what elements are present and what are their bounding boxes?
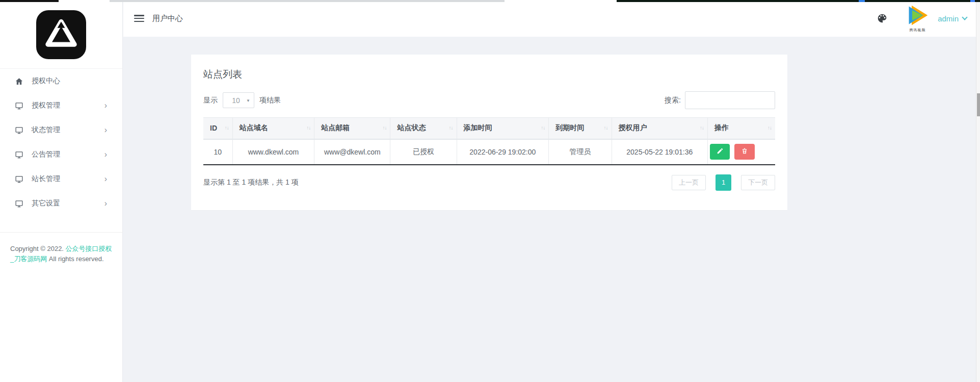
sort-icon: ↑↓ xyxy=(767,125,772,131)
sort-icon: ↑↓ xyxy=(306,125,310,131)
chrome-seg-tabs xyxy=(110,0,505,2)
avatar-caption: 腾讯视频 xyxy=(909,28,925,33)
column-header-id[interactable]: ID↑↓ xyxy=(203,118,232,139)
column-label: ID xyxy=(210,124,217,132)
next-page-button[interactable]: 下一页 xyxy=(741,175,775,190)
theme-palette-icon[interactable] xyxy=(877,12,890,25)
sidebar-item-label: 授权中心 xyxy=(32,77,60,86)
edit-button[interactable] xyxy=(710,144,730,160)
browser-chrome-sliver xyxy=(0,0,980,2)
logo-container xyxy=(0,0,122,59)
column-label: 站点邮箱 xyxy=(321,123,350,132)
sidebar-item-label: 站长管理 xyxy=(32,174,60,184)
page-length-select[interactable]: 10 ▼ xyxy=(223,92,254,108)
chrome-blue-dot xyxy=(859,0,865,2)
sidebar-item-status-manage[interactable]: 状态管理 › xyxy=(0,118,122,142)
hamburger-menu-icon[interactable] xyxy=(134,15,144,22)
column-header-auth-user[interactable]: 授权用户↑↓ xyxy=(612,118,707,139)
sidebar-item-label: 其它设置 xyxy=(32,199,60,208)
search-input[interactable] xyxy=(685,91,775,109)
cell-id: 10 xyxy=(203,139,232,165)
page-title: 用户中心 xyxy=(152,14,183,23)
cell-actions xyxy=(708,139,775,165)
chevron-right-icon: › xyxy=(104,101,107,110)
column-label: 站点域名 xyxy=(240,123,268,132)
sort-icon: ↑↓ xyxy=(449,125,453,131)
sort-icon: ↑↓ xyxy=(225,125,229,131)
site-list-card: 站点列表 显示 10 ▼ 项结果 搜索: xyxy=(191,55,787,210)
monitor-icon xyxy=(15,174,24,184)
column-header-email[interactable]: 站点邮箱↑↓ xyxy=(314,118,390,139)
monitor-icon xyxy=(15,199,24,208)
prev-page-button[interactable]: 上一页 xyxy=(672,175,706,190)
column-label: 添加时间 xyxy=(464,123,492,132)
cell-email: www@dkewl.com xyxy=(314,139,390,165)
chevron-right-icon: › xyxy=(104,150,107,159)
scrollbar-thumb[interactable] xyxy=(977,93,980,116)
copyright: Copyright © 2022. 公众号接口授权_刀客源码网 All righ… xyxy=(0,233,122,264)
table-row: 10 www.dkewl.com www@dkewl.com 已授权 2022-… xyxy=(203,139,775,165)
pencil-icon xyxy=(717,147,724,156)
chevron-right-icon: › xyxy=(104,175,107,183)
page-scrollbar[interactable] xyxy=(976,0,980,382)
cell-auth-user: 管理员 xyxy=(549,139,612,165)
header-right: 腾讯视频 admin xyxy=(877,4,967,33)
sidebar-item-label: 授权管理 xyxy=(32,101,60,110)
chevron-down-icon xyxy=(962,14,967,20)
chevron-right-icon: › xyxy=(104,126,107,134)
home-icon xyxy=(15,77,24,86)
card-title: 站点列表 xyxy=(203,68,775,81)
sites-table: ID↑↓ 站点域名↑↓ 站点邮箱↑↓ 站点状态↑↓ 添加时间↑↓ 到期时间↑↓ … xyxy=(203,117,775,165)
monitor-icon xyxy=(15,101,24,110)
sort-icon: ↑↓ xyxy=(541,125,545,131)
length-prefix-label: 显示 xyxy=(203,96,218,105)
column-label: 授权用户 xyxy=(619,123,647,132)
delete-button[interactable] xyxy=(734,144,755,160)
search-label: 搜索: xyxy=(665,96,681,105)
sidebar-menu: 授权中心 授权管理 › 状态管理 › 公告管理 xyxy=(0,69,122,216)
table-footer: 显示第 1 至 1 项结果，共 1 项 上一页 1 下一页 xyxy=(203,174,775,191)
drive-triangle-icon xyxy=(45,19,77,50)
chevron-right-icon: › xyxy=(104,199,107,208)
tencent-video-logo-icon xyxy=(906,4,929,29)
sidebar: 授权中心 授权管理 › 状态管理 › 公告管理 xyxy=(0,0,123,382)
user-avatar[interactable]: 腾讯视频 xyxy=(904,4,931,33)
column-header-actions[interactable]: 操作↑↓ xyxy=(708,118,775,139)
sidebar-item-auth-center[interactable]: 授权中心 xyxy=(0,69,122,93)
username-label: admin xyxy=(938,14,959,23)
chrome-blue-dot-2 xyxy=(970,0,975,2)
search-control: 搜索: xyxy=(665,91,775,109)
pagination: 上一页 1 下一页 xyxy=(672,174,775,191)
column-header-expiry-time[interactable]: 到期时间↑↓ xyxy=(549,118,612,139)
column-label: 操作 xyxy=(714,123,729,132)
sidebar-item-other-settings[interactable]: 其它设置 › xyxy=(0,191,122,216)
column-header-domain[interactable]: 站点域名↑↓ xyxy=(232,118,314,139)
copyright-suffix: All rights reserved. xyxy=(49,255,104,263)
current-page-button[interactable]: 1 xyxy=(716,174,731,191)
cell-expiry-time: 2025-05-22 19:01:36 xyxy=(612,139,707,165)
cell-domain: www.dkewl.com xyxy=(232,139,314,165)
sidebar-item-webmaster-manage[interactable]: 站长管理 › xyxy=(0,167,122,191)
page-length-control: 显示 10 ▼ 项结果 xyxy=(203,92,281,108)
column-label: 到期时间 xyxy=(555,123,584,132)
column-header-added-time[interactable]: 添加时间↑↓ xyxy=(457,118,549,139)
copyright-prefix: Copyright © 2022. xyxy=(10,245,64,252)
page-root: 授权中心 授权管理 › 状态管理 › 公告管理 xyxy=(0,0,980,382)
user-dropdown[interactable]: admin xyxy=(938,14,967,23)
results-info: 显示第 1 至 1 项结果，共 1 项 xyxy=(203,178,299,187)
sidebar-item-auth-manage[interactable]: 授权管理 › xyxy=(0,93,122,118)
sidebar-item-announcement-manage[interactable]: 公告管理 › xyxy=(0,142,122,167)
column-label: 站点状态 xyxy=(397,123,426,132)
chrome-seg-dark-left xyxy=(0,0,59,2)
sidebar-item-label: 公告管理 xyxy=(32,150,60,159)
cell-added-time: 2022-06-29 19:02:00 xyxy=(457,139,549,165)
column-header-status[interactable]: 站点状态↑↓ xyxy=(390,118,457,139)
app-logo[interactable] xyxy=(36,10,86,59)
caret-down-icon: ▼ xyxy=(246,98,250,103)
selected-length: 10 xyxy=(232,96,240,105)
length-suffix-label: 项结果 xyxy=(259,96,281,105)
monitor-icon xyxy=(15,125,24,135)
top-header: 用户中心 腾讯视频 admin xyxy=(123,0,976,37)
table-header-row: ID↑↓ 站点域名↑↓ 站点邮箱↑↓ 站点状态↑↓ 添加时间↑↓ 到期时间↑↓ … xyxy=(203,118,775,139)
sort-icon: ↑↓ xyxy=(382,125,386,131)
